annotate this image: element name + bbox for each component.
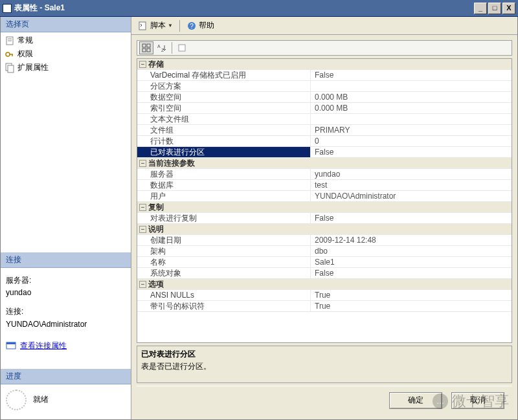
property-row[interactable]: ANSI NULLsTrue	[137, 290, 512, 301]
content: 脚本 ▼ ? 帮助 AZ	[131, 17, 517, 419]
property-category[interactable]: −复制	[137, 202, 512, 213]
property-name: 名称	[137, 257, 311, 267]
description-body: 表是否已进行分区。	[141, 361, 508, 372]
server-value: yundao	[6, 287, 126, 299]
property-value: True	[311, 290, 512, 300]
property-category[interactable]: −说明	[137, 224, 512, 235]
property-pages-button[interactable]	[175, 41, 189, 54]
description-title: 已对表进行分区	[141, 349, 508, 360]
property-name: 索引空间	[137, 103, 311, 113]
property-value: 2009-12-14 12:48	[311, 235, 512, 245]
svg-text:A: A	[157, 44, 161, 49]
property-category[interactable]: −当前连接参数	[137, 158, 512, 169]
nav-list: 常规 权限 扩展属性	[1, 32, 131, 252]
property-name: 行计数	[137, 136, 311, 146]
sidebar: 选择页 常规 权限 扩展属性 连接 服务器	[1, 17, 131, 419]
progress-header: 进度	[1, 369, 131, 384]
property-name: 创建日期	[137, 235, 311, 245]
toolbar-divider	[179, 20, 180, 32]
property-name: 文件组	[137, 125, 311, 135]
connection-properties-icon	[6, 340, 16, 351]
help-icon: ?	[186, 21, 197, 31]
toolbar-separator	[172, 42, 172, 54]
sidebar-item-label: 扩展属性	[17, 62, 49, 73]
collapse-icon[interactable]: −	[139, 160, 146, 167]
collapse-icon[interactable]: −	[139, 226, 146, 233]
property-value: PRIMARY	[311, 125, 512, 135]
view-connection-link[interactable]: 查看连接属性	[6, 340, 126, 352]
property-row[interactable]: 架构dbo	[137, 246, 512, 257]
page-icon	[5, 36, 15, 46]
script-button[interactable]: 脚本 ▼	[135, 19, 175, 32]
button-bar: 确定 取消	[137, 386, 512, 414]
close-button[interactable]: X	[502, 3, 515, 14]
svg-rect-16	[147, 49, 150, 52]
svg-rect-7	[8, 65, 14, 72]
connection-label: 连接:	[6, 305, 126, 318]
cancel-button[interactable]: 取消	[451, 392, 504, 409]
property-value: False	[311, 70, 512, 80]
sidebar-item-extended[interactable]: 扩展属性	[2, 61, 130, 74]
help-button[interactable]: ? 帮助	[184, 19, 217, 32]
progress-spinner-icon	[6, 390, 27, 410]
property-row[interactable]: 分区方案	[137, 81, 512, 92]
select-page-header: 选择页	[1, 17, 131, 32]
sidebar-item-permissions[interactable]: 权限	[2, 47, 130, 61]
property-category[interactable]: −存储	[137, 59, 512, 70]
alphabetical-view-button[interactable]: AZ	[155, 41, 169, 54]
property-row[interactable]: 文件组PRIMARY	[137, 125, 512, 136]
property-value: False	[311, 268, 512, 278]
property-grid[interactable]: −存储VarDecimal 存储格式已启用False分区方案数据空间0.000 …	[137, 58, 512, 343]
property-name: 数据空间	[137, 92, 311, 102]
property-name: 用户	[137, 191, 311, 201]
maximize-button[interactable]: □	[488, 3, 501, 14]
collapse-icon[interactable]: −	[139, 204, 146, 211]
property-name: 对表进行复制	[137, 213, 311, 223]
description-pane: 已对表进行分区 表是否已进行分区。	[137, 346, 512, 383]
content-body: AZ −存储VarDecimal 存储格式已启用False分区方案数据空间0.0…	[131, 35, 517, 419]
property-row[interactable]: 系统对象False	[137, 268, 512, 279]
property-row[interactable]: 用户YUNDAO\Administrator	[137, 191, 512, 202]
property-row[interactable]: 数据空间0.000 MB	[137, 92, 512, 103]
connection-header: 连接	[1, 252, 131, 268]
property-row[interactable]: 创建日期2009-12-14 12:48	[137, 235, 512, 246]
property-value	[311, 114, 512, 124]
property-row[interactable]: 名称Sale1	[137, 257, 512, 268]
property-value: 0.000 MB	[311, 103, 512, 113]
property-row[interactable]: 索引空间0.000 MB	[137, 103, 512, 114]
property-name: 服务器	[137, 169, 311, 179]
property-row[interactable]: 数据库test	[137, 180, 512, 191]
script-label: 脚本	[150, 20, 166, 31]
connection-value: YUNDAO\Administrator	[6, 318, 126, 331]
sidebar-item-general[interactable]: 常规	[2, 34, 130, 47]
window-controls: _ □ X	[474, 3, 515, 14]
category-label: 当前连接参数	[148, 158, 322, 168]
property-value: yundao	[311, 169, 512, 179]
property-grid-toolbar: AZ	[137, 40, 512, 56]
collapse-icon[interactable]: −	[139, 281, 146, 288]
sidebar-item-label: 常规	[17, 35, 33, 46]
property-category[interactable]: −选项	[137, 279, 512, 290]
connection-section: 服务器: yundao 连接: YUNDAO\Administrator 查看连…	[1, 268, 131, 356]
property-value: test	[311, 180, 512, 190]
svg-rect-15	[142, 49, 146, 52]
svg-rect-10	[139, 22, 146, 30]
property-name: ANSI NULLs	[137, 290, 311, 300]
property-row[interactable]: 对表进行复制False	[137, 213, 512, 224]
svg-text:?: ?	[190, 23, 194, 30]
property-name: 已对表进行分区	[137, 147, 311, 157]
collapse-icon[interactable]: −	[139, 61, 146, 68]
categorized-view-button[interactable]	[139, 41, 153, 54]
property-row[interactable]: 文本文件组	[137, 114, 512, 125]
property-row[interactable]: 带引号的标识符True	[137, 301, 512, 312]
property-row[interactable]: 行计数0	[137, 136, 512, 147]
property-value	[311, 81, 512, 91]
help-label: 帮助	[199, 20, 214, 31]
property-row[interactable]: 服务器yundao	[137, 169, 512, 180]
minimize-button[interactable]: _	[474, 3, 487, 14]
property-row[interactable]: 已对表进行分区False	[137, 147, 512, 158]
ok-button[interactable]: 确定	[389, 392, 442, 409]
property-row[interactable]: VarDecimal 存储格式已启用False	[137, 70, 512, 81]
property-name: 架构	[137, 246, 311, 256]
main-area: 选择页 常规 权限 扩展属性 连接 服务器	[0, 17, 518, 420]
